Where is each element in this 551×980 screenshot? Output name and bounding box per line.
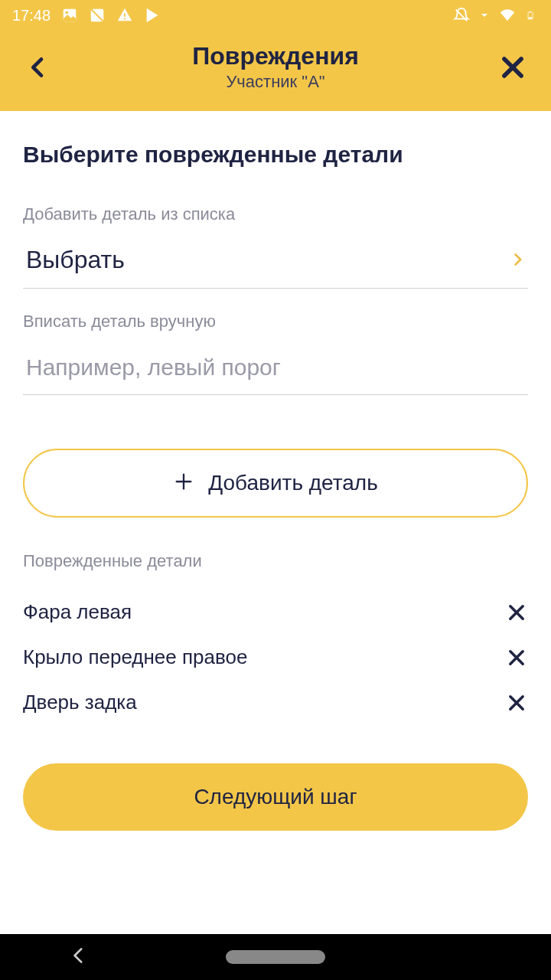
- status-bar: 17:48: [0, 0, 551, 31]
- android-nav-bar: [0, 934, 551, 980]
- svg-rect-3: [124, 13, 126, 17]
- warning-icon: [116, 7, 133, 24]
- nav-back-button[interactable]: [69, 946, 89, 969]
- damaged-list-label: Поврежденные детали: [23, 551, 528, 571]
- select-label: Добавить деталь из списка: [23, 204, 528, 224]
- damaged-item: Крыло переднее правое: [23, 635, 528, 680]
- page-subtitle: Участник "А": [55, 72, 496, 92]
- play-store-icon: [144, 7, 161, 24]
- damaged-item-name: Дверь задка: [23, 691, 137, 714]
- close-button[interactable]: [496, 51, 530, 84]
- svg-rect-6: [530, 11, 532, 12]
- dropdown-icon: [476, 7, 493, 24]
- status-time: 17:48: [12, 7, 51, 24]
- image-icon-2: [89, 7, 106, 24]
- manual-input[interactable]: [23, 345, 528, 395]
- page-title: Повреждения: [55, 42, 496, 70]
- svg-rect-7: [529, 18, 533, 19]
- remove-item-button[interactable]: [505, 601, 528, 624]
- wifi-icon: [499, 7, 516, 24]
- add-button-label: Добавить деталь: [208, 471, 378, 495]
- svg-rect-4: [124, 18, 126, 20]
- notifications-off-icon: [453, 7, 470, 24]
- damaged-item: Дверь задка: [23, 680, 528, 725]
- nav-home-pill[interactable]: [226, 950, 325, 964]
- remove-item-button[interactable]: [505, 646, 528, 669]
- app-header: Повреждения Участник "А": [0, 31, 551, 111]
- next-button-label: Следующий шаг: [194, 785, 357, 809]
- plus-icon: [173, 469, 194, 498]
- chevron-right-icon: [510, 248, 525, 273]
- back-button[interactable]: [21, 51, 55, 84]
- section-heading: Выберите поврежденные детали: [23, 142, 528, 168]
- remove-item-button[interactable]: [505, 691, 528, 714]
- damaged-item-name: Крыло переднее правое: [23, 645, 247, 669]
- part-select[interactable]: Выбрать: [23, 238, 528, 289]
- battery-icon: [522, 7, 539, 24]
- add-part-button[interactable]: Добавить деталь: [23, 449, 528, 518]
- select-value: Выбрать: [26, 246, 125, 274]
- damaged-item-name: Фара левая: [23, 600, 132, 624]
- damaged-item: Фара левая: [23, 590, 528, 635]
- image-icon: [61, 7, 78, 24]
- next-step-button[interactable]: Следующий шаг: [23, 763, 528, 831]
- svg-point-1: [66, 11, 69, 15]
- manual-label: Вписать деталь вручную: [23, 312, 528, 332]
